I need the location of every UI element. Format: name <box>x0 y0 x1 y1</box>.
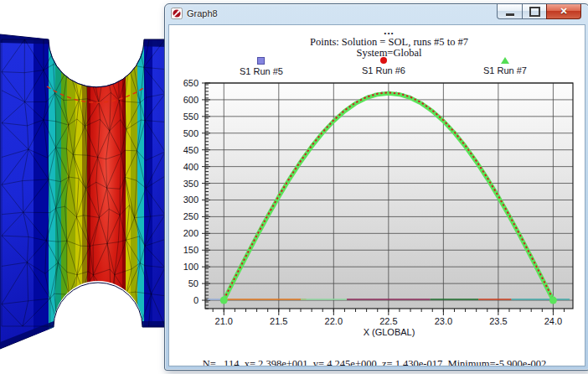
window-titlebar[interactable]: Graph8 ✕ <box>165 4 588 23</box>
svg-text:22.0: 22.0 <box>325 316 343 326</box>
svg-text:100: 100 <box>183 262 199 272</box>
svg-text:23.5: 23.5 <box>489 316 507 326</box>
svg-text:24.0: 24.0 <box>544 316 562 326</box>
maximize-icon <box>529 7 540 17</box>
legend-label: S1 Run #7 <box>483 65 527 75</box>
chart-title-block: ... Points: Solution = SOL, runs #5 to #… <box>192 26 585 59</box>
model-viewport[interactable] <box>0 0 168 374</box>
svg-text:600: 600 <box>183 95 199 105</box>
svg-text:21.0: 21.0 <box>215 316 233 326</box>
graph-window: Graph8 ✕ ... Points: Solution = SOL, run… <box>164 3 588 371</box>
legend-circle-icon <box>380 57 387 64</box>
minimize-button[interactable] <box>497 4 523 19</box>
svg-text:21.5: 21.5 <box>270 316 287 326</box>
plot-area[interactable]: 0501001502002503003504004505005506006502… <box>169 77 585 337</box>
screenshot-stage: Graph8 ✕ ... Points: Solution = SOL, run… <box>0 0 588 374</box>
legend-triangle-icon <box>501 57 509 64</box>
minimize-icon <box>506 13 514 16</box>
svg-text:23.0: 23.0 <box>435 316 452 326</box>
legend-square-icon <box>257 57 265 65</box>
svg-text:350: 350 <box>183 179 199 189</box>
graph-app-icon <box>171 8 183 19</box>
svg-text:150: 150 <box>183 245 199 255</box>
svg-text:550: 550 <box>183 112 199 122</box>
chart-client-area: ... Points: Solution = SOL, runs #5 to #… <box>168 24 585 366</box>
svg-text:X (GLOBAL): X (GLOBAL) <box>364 327 415 337</box>
status-block: N= 114, x= 2.398e+001, y= 4.245e+000, z=… <box>169 337 580 366</box>
legend-label: S1 Run #6 <box>362 65 405 75</box>
legend-item-run7[interactable]: S1 Run #7 <box>483 57 527 75</box>
legend-item-run6[interactable]: S1 Run #6 <box>362 57 405 75</box>
svg-text:50: 50 <box>188 278 199 288</box>
close-icon: ✕ <box>560 6 567 17</box>
svg-text:0: 0 <box>193 295 199 305</box>
svg-text:22.5: 22.5 <box>379 316 397 326</box>
legend-item-run5[interactable]: S1 Run #5 <box>240 57 283 76</box>
svg-text:450: 450 <box>183 145 199 155</box>
fea-model <box>0 0 168 370</box>
svg-text:400: 400 <box>183 162 199 172</box>
maximize-button[interactable] <box>522 4 547 19</box>
svg-text:500: 500 <box>183 128 199 138</box>
close-button[interactable]: ✕ <box>546 4 581 19</box>
legend-label: S1 Run #5 <box>240 66 283 76</box>
svg-text:250: 250 <box>183 211 199 221</box>
status-minimum-line: N= 114, x= 2.398e+001, y= 4.245e+000, z=… <box>169 359 580 366</box>
svg-text:650: 650 <box>183 78 199 88</box>
svg-text:300: 300 <box>183 195 199 205</box>
svg-text:200: 200 <box>183 228 199 238</box>
window-title: Graph8 <box>187 8 218 18</box>
plot-contents: 0501001502002503003504004505005506006502… <box>183 78 573 337</box>
